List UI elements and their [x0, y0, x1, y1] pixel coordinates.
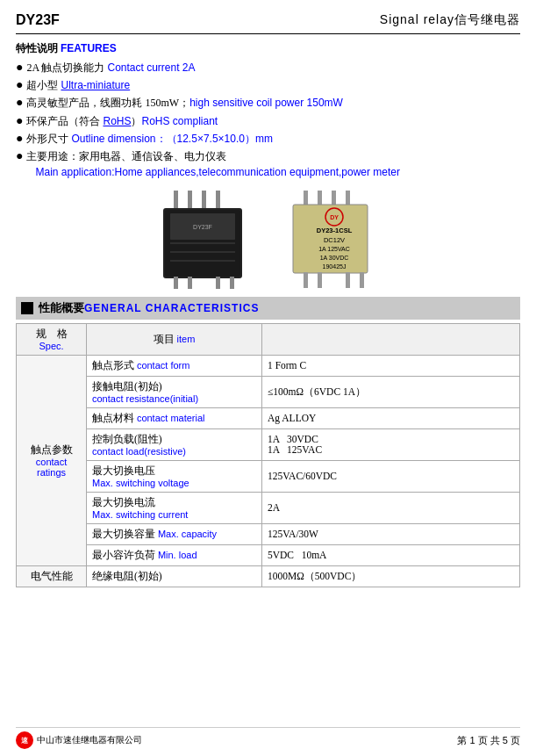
feature-item-6: ● 主要用途：家用电器、通信设备、电力仪表 Main application:H… [16, 148, 520, 180]
item-contact-resistance: 接触电阻(初始) contact resistance(initial) [87, 376, 262, 407]
item-voltage-en: Max. switching voltage [92, 478, 256, 488]
bullet-2: ● [16, 77, 23, 93]
col-spec-header: 规 格 Spec. [17, 323, 87, 355]
table-header-row: 规 格 Spec. 项目 item [17, 323, 520, 355]
col-item-en: item [177, 334, 196, 344]
svg-rect-0 [174, 191, 178, 210]
svg-rect-8 [216, 277, 220, 289]
bullet-3: ● [16, 95, 23, 111]
item-load-en: contact load(resistive) [92, 446, 256, 457]
item-contact-load: 控制负载(阻性) contact load(resistive) [87, 428, 262, 460]
svg-rect-7 [188, 277, 192, 289]
svg-text:DC12V: DC12V [323, 236, 344, 244]
item-current-zh: 最大切换电流 [92, 496, 256, 509]
feature-item-5: ● 外形尺寸 Outline dimension：（12.5×7.5×10.0）… [16, 131, 520, 147]
relay-image-1: DY23F [154, 189, 260, 290]
item-insulation: 绝缘电阻(初始) [87, 565, 262, 587]
item-max-capacity: 最大切换容量 Max. capacity [87, 523, 262, 544]
feature-text-2: 超小型 Ultra-miniature [26, 77, 520, 93]
svg-text:1A  30VDC: 1A 30VDC [319, 255, 348, 261]
col-item-header: 项目 item [87, 323, 262, 355]
value-contact-material: Ag ALLOY [262, 407, 520, 428]
col-value-header [262, 323, 520, 355]
table-row: 触点材料 contact material Ag ALLOY [17, 407, 520, 428]
section-title-en: GENERAL CHARACTERISTICS [84, 302, 259, 314]
value-contact-resistance: ≤100mΩ（6VDC 1A） [262, 376, 520, 407]
value-contact-form: 1 Form C [262, 355, 520, 376]
electrical-cell: 电气性能 [17, 565, 87, 587]
contact-ratings-cell: 触点参数 contact ratings [17, 355, 87, 565]
svg-rect-29 [346, 272, 350, 288]
feature-item-4: ● 环保产品（符合 RoHS）RoHS compliant [16, 113, 520, 129]
item-load-zh: 控制负载(阻性) [92, 433, 256, 446]
company-logo-icon: 速 [16, 731, 33, 749]
bullet-6: ● [16, 148, 23, 164]
table-row: 最大切换容量 Max. capacity 125VA/30W [17, 523, 520, 544]
value-max-current: 2A [262, 492, 520, 523]
page: DY23F Signal relay信号继电器 特性说明 FEATURES ● … [0, 0, 536, 756]
company-name: 中山市速佳继电器有限公司 [37, 734, 142, 746]
table-row: 最小容许负荷 Min. load 5VDC 10mA [17, 544, 520, 565]
item-min-load: 最小容许负荷 Min. load [87, 544, 262, 565]
section-header: 性能概要 GENERAL CHARACTERISTICS [16, 297, 520, 320]
value-max-capacity: 125VA/30W [262, 523, 520, 544]
footer-logo: 速 中山市速佳继电器有限公司 [16, 731, 142, 749]
svg-rect-6 [174, 277, 178, 289]
svg-rect-18 [346, 191, 350, 206]
table-row: 触点参数 contact ratings 触点形式 contact form 1… [17, 355, 520, 376]
bullet-4: ● [16, 113, 23, 129]
section-square-icon [21, 302, 33, 314]
table-row: 电气性能 绝缘电阻(初始) 1000MΩ（500VDC） [17, 565, 520, 587]
svg-rect-30 [360, 272, 364, 288]
header: DY23F Signal relay信号继电器 [16, 9, 520, 34]
spec-table: 规 格 Spec. 项目 item 触点参数 contact ratings 触… [16, 323, 520, 587]
table-row: 最大切换电压 Max. switching voltage 125VAC/60V… [17, 460, 520, 492]
features-title: 特性说明 FEATURES [16, 41, 520, 56]
svg-text:1A  125VAC: 1A 125VAC [318, 246, 350, 252]
table-row: 最大切换电流 Max. switching current 2A [17, 492, 520, 523]
svg-rect-16 [318, 191, 322, 206]
bullet-1: ● [16, 60, 23, 76]
value-max-voltage: 125VAC/60VDC [262, 460, 520, 492]
svg-text:DY23F: DY23F [193, 224, 212, 230]
feature-item-1: ● 2A 触点切换能力 Contact current 2A [16, 60, 520, 76]
relay-image-2: DY DY23-1CSL DC12V 1A 125VAC 1A 30VDC 19… [286, 189, 382, 290]
features-title-en: FEATURES [61, 42, 117, 54]
feature-text-1: 2A 触点切换能力 Contact current 2A [26, 60, 520, 76]
relay-svg-2: DY DY23-1CSL DC12V 1A 125VAC 1A 30VDC 19… [286, 189, 382, 290]
item-voltage-zh: 最大切换电压 [92, 464, 256, 478]
contact-ratings-en2: ratings [22, 467, 81, 478]
col-spec-en: Spec. [22, 341, 81, 351]
svg-rect-17 [332, 191, 336, 206]
svg-rect-9 [230, 277, 234, 289]
svg-rect-15 [304, 191, 308, 206]
value-contact-load: 1A 30VDC1A 125VAC [262, 428, 520, 460]
item-contact-form-zh: 触点形式 contact form [87, 355, 262, 376]
features-title-zh: 特性说明 [16, 42, 61, 54]
svg-rect-1 [188, 191, 192, 210]
item-resistance-en: contact resistance(initial) [92, 393, 256, 404]
feature-text-4: 环保产品（符合 RoHS）RoHS compliant [26, 113, 520, 129]
feature-item-2: ● 超小型 Ultra-miniature [16, 77, 520, 93]
item-contact-material: 触点材料 contact material [87, 407, 262, 428]
product-title: Signal relay信号继电器 [380, 12, 520, 28]
svg-rect-2 [202, 191, 206, 210]
page-number: 第 1 页 共 5 页 [457, 734, 520, 747]
svg-rect-3 [216, 191, 220, 210]
images-area: DY23F DY DY23-1CSL DC [16, 189, 520, 290]
svg-rect-27 [304, 272, 308, 288]
value-min-load: 5VDC 10mA [262, 544, 520, 565]
item-max-current: 最大切换电流 Max. switching current [87, 492, 262, 523]
item-current-en: Max. switching current [92, 509, 256, 520]
svg-rect-28 [318, 272, 322, 288]
svg-text:190425J: 190425J [322, 263, 346, 270]
relay-svg-1: DY23F [154, 189, 260, 290]
section-title-zh: 性能概要 [39, 300, 84, 316]
feature-text-3: 高灵敏型产品，线圈功耗 150mW；high sensitive coil po… [26, 95, 520, 111]
value-insulation: 1000MΩ（500VDC） [262, 565, 520, 587]
features-section: 特性说明 FEATURES ● 2A 触点切换能力 Contact curren… [16, 41, 520, 180]
feature-item-3: ● 高灵敏型产品，线圈功耗 150mW；high sensitive coil … [16, 95, 520, 111]
bullet-5: ● [16, 131, 23, 147]
item-resistance-zh: 接触电阻(初始) [92, 380, 256, 393]
model-number: DY23F [16, 12, 60, 28]
